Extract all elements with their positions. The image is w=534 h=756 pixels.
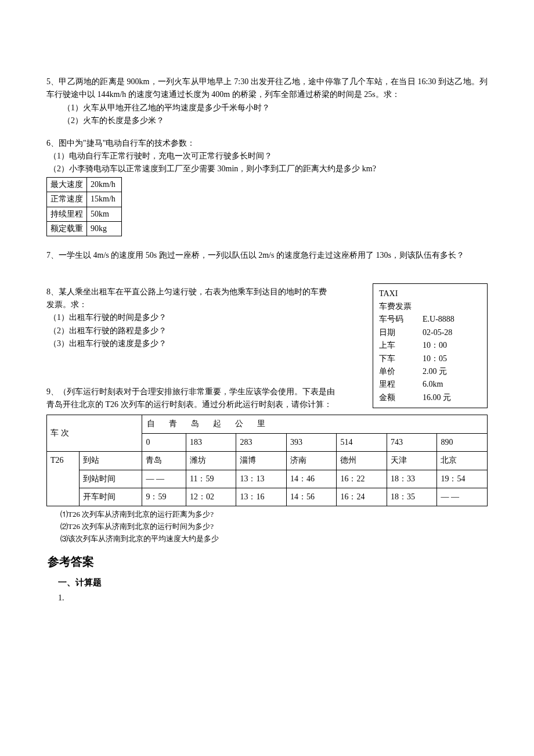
q8-intro2: 发票。求： xyxy=(46,298,367,311)
table-row: 到站时间 — — 11：59 13：13 14：46 16：22 18：33 1… xyxy=(47,470,488,488)
time-cell: 13：16 xyxy=(236,488,287,506)
receipt-row: 里程6.0km xyxy=(379,378,481,391)
time-cell: 11：59 xyxy=(186,470,236,488)
station-cell: 德州 xyxy=(337,452,387,470)
q5-sub2: （2）火车的长度是多少米？ xyxy=(46,114,488,127)
time-cell: 14：56 xyxy=(286,488,337,506)
train-no: T26 xyxy=(47,452,80,506)
station-cell: 青岛 xyxy=(142,452,186,470)
station-cell: 淄博 xyxy=(236,452,287,470)
receipt-value: 2.00 元 xyxy=(423,365,481,378)
time-cell: — — xyxy=(142,470,186,488)
table-row: 开车时间 9：59 12：02 13：16 14：56 16：24 18：35 … xyxy=(47,488,488,506)
table-row: 最大速度 20km/h xyxy=(47,177,122,192)
time-cell: 18：33 xyxy=(387,470,437,488)
receipt-value: 10：05 xyxy=(423,352,481,365)
question-6: 6、图中为"捷马"电动自行车的技术参数： （1）电动自行车正常行驶时，充电一次可… xyxy=(46,137,488,237)
receipt-label: 车号码 xyxy=(379,313,423,326)
q8-sub3: （3）出租车行驶的速度是多少？ xyxy=(46,337,367,350)
question-8: 8、某人乘坐出租车在平直公路上匀速行驶，右表为他乘车到达目的地时的车费 发票。求… xyxy=(46,286,373,412)
q7-text: 7、一学生以 4m/s 的速度用 50s 跑过一座桥，一列以队伍以 2m/s 的… xyxy=(46,249,488,262)
answer-title: 参考答案 xyxy=(48,552,488,571)
q6-sub2: （2）小李骑电动车以正常速度到工厂至少需要 30min，则小李到工厂的距离大约是… xyxy=(46,163,488,175)
spec-label: 最大速度 xyxy=(47,177,87,192)
receipt-row: 金额16.00 元 xyxy=(379,391,481,404)
time-cell: 14：46 xyxy=(286,470,337,488)
taxi-receipt: TAXI 车费发票 车号码E.U-8888 日期02-05-28 上车10：00… xyxy=(373,283,488,409)
row-label: 开车时间 xyxy=(79,488,142,506)
q6-sub1: （1）电动自行车正常行驶时，充电一次可正常行驶多长时间？ xyxy=(46,150,488,163)
spec-value: 15km/h xyxy=(87,192,122,207)
time-cell: 12：02 xyxy=(186,488,236,506)
km-cell: 393 xyxy=(286,433,337,451)
q9-sub2: ⑵T26 次列车从济南到北京的运行时间为多少? xyxy=(46,521,488,533)
receipt-row: 下车10：05 xyxy=(379,352,481,365)
time-cell: 18：35 xyxy=(387,488,437,506)
receipt-label: 下车 xyxy=(379,352,423,365)
receipt-value: 02-05-28 xyxy=(423,326,481,339)
train-header-label: 车 次 xyxy=(47,415,142,452)
receipt-row: 车号码E.U-8888 xyxy=(379,313,481,326)
receipt-subtitle: 车费发票 xyxy=(379,300,481,313)
question-8-container: 8、某人乘坐出租车在平直公路上匀速行驶，右表为他乘车到达目的地时的车费 发票。求… xyxy=(46,286,488,412)
q9-intro2: 青岛开往北京的 T26 次列车的运行时刻表。通过分析此运行时刻表，请你计算： xyxy=(46,398,367,411)
km-cell: 514 xyxy=(337,433,387,451)
km-cell: 890 xyxy=(437,433,488,451)
spec-label: 额定载重 xyxy=(47,221,87,236)
q5-sub1: （1）火车从甲地开往乙地的平均速度是多少千米每小时？ xyxy=(46,102,488,114)
q8-intro1: 8、某人乘坐出租车在平直公路上匀速行驶，右表为他乘车到达目的地时的车费 xyxy=(46,286,367,298)
time-cell: 9：59 xyxy=(142,488,186,506)
receipt-value: 16.00 元 xyxy=(423,391,481,404)
q9-sub3: ⑶该次列车从济南到北京的平均速度大约是多少 xyxy=(46,533,488,545)
km-cell: 0 xyxy=(142,433,186,451)
receipt-value: 6.0km xyxy=(423,378,481,391)
station-cell: 北京 xyxy=(437,452,488,470)
table-row: 车 次 自青岛起公里 xyxy=(47,415,488,433)
q8-sub2: （2）出租车行驶的路程是多少？ xyxy=(46,325,367,337)
table-row: 额定载重 90kg xyxy=(47,221,122,236)
station-cell: 济南 xyxy=(286,452,337,470)
time-cell: 16：22 xyxy=(337,470,387,488)
table-row: 持续里程 50km xyxy=(47,207,122,221)
q9-sub1: ⑴T26 次列车从济南到北京的运行距离为多少? xyxy=(46,509,488,521)
receipt-label: 日期 xyxy=(379,326,423,339)
station-cell: 天津 xyxy=(387,452,437,470)
row-label: 到站时间 xyxy=(79,470,142,488)
q9-intro1: 9、（列车运行时刻表对于合理安排旅行非常重要，学生应该学会使用。下表是由 xyxy=(46,386,367,398)
receipt-label: 上车 xyxy=(379,339,423,352)
time-cell: — — xyxy=(437,488,488,506)
receipt-value: E.U-8888 xyxy=(423,313,481,326)
km-cell: 743 xyxy=(387,433,437,451)
receipt-label: 金额 xyxy=(379,391,423,404)
answer-num: 1. xyxy=(58,592,488,604)
question-9-intro: 9、（列车运行时刻表对于合理安排旅行非常重要，学生应该学会使用。下表是由 青岛开… xyxy=(46,386,367,412)
question-7: 7、一学生以 4m/s 的速度用 50s 跑过一座桥，一列以队伍以 2m/s 的… xyxy=(46,249,488,262)
q6-spec-table: 最大速度 20km/h 正常速度 15km/h 持续里程 50km 额定载重 9… xyxy=(46,177,122,237)
receipt-label: 单价 xyxy=(379,365,423,378)
q6-text: 6、图中为"捷马"电动自行车的技术参数： xyxy=(46,137,488,150)
receipt-row: 单价2.00 元 xyxy=(379,365,481,378)
station-cell: 潍坊 xyxy=(186,452,236,470)
spec-value: 90kg xyxy=(87,221,122,236)
q5-text: 5、甲乙两地的距离是 900km，一列火车从甲地早上 7:30 出发开往乙地，途… xyxy=(46,75,488,102)
time-cell: 16：24 xyxy=(337,488,387,506)
train-timetable: 车 次 自青岛起公里 0 183 283 393 514 743 890 T26… xyxy=(46,415,488,506)
receipt-title: TAXI xyxy=(379,287,481,300)
table-row: 正常速度 15km/h xyxy=(47,192,122,207)
receipt-value: 10：00 xyxy=(423,339,481,352)
q8-sub1: （1）出租车行驶的时间是多少？ xyxy=(46,311,367,324)
spec-label: 持续里程 xyxy=(47,207,87,221)
spec-value: 50km xyxy=(87,207,122,221)
km-cell: 283 xyxy=(236,433,287,451)
spec-label: 正常速度 xyxy=(47,192,87,207)
table-row: T26 到站 青岛 潍坊 淄博 济南 德州 天津 北京 xyxy=(47,452,488,470)
time-cell: 19：54 xyxy=(437,470,488,488)
spec-value: 20km/h xyxy=(87,177,122,192)
km-cell: 183 xyxy=(186,433,236,451)
receipt-row: 上车10：00 xyxy=(379,339,481,352)
time-cell: 13：13 xyxy=(236,470,287,488)
train-header-text: 自青岛起公里 xyxy=(142,415,488,433)
receipt-row: 日期02-05-28 xyxy=(379,326,481,339)
answer-section: 一、计算题 xyxy=(58,575,488,589)
question-5: 5、甲乙两地的距离是 900km，一列火车从甲地早上 7:30 出发开往乙地，途… xyxy=(46,75,488,128)
